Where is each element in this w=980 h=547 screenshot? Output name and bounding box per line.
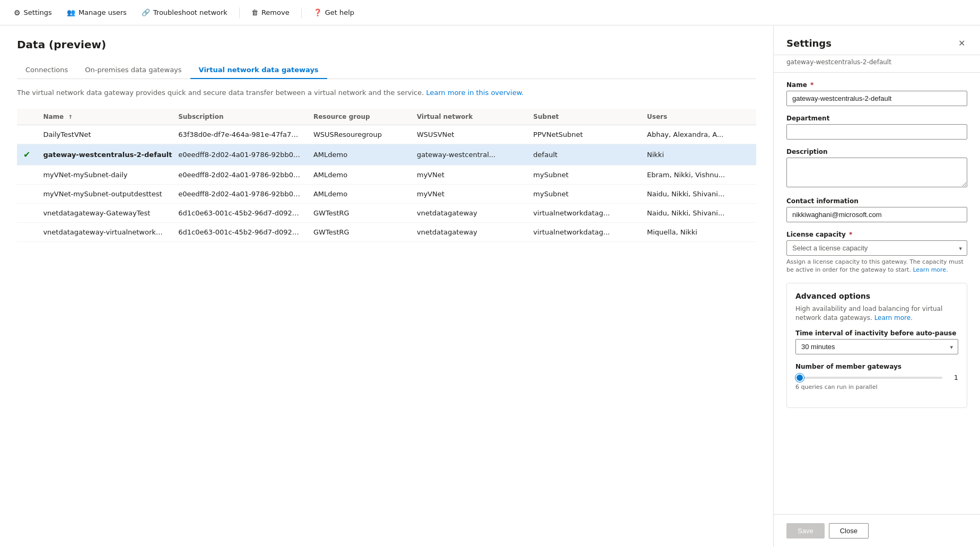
col-users: Users [641, 109, 756, 125]
name-label: Name * [786, 81, 967, 89]
description-field-group: Description [786, 148, 967, 189]
license-select-wrapper: Select a license capacity ▾ [786, 240, 967, 256]
advanced-learn-more-link[interactable]: Learn more. [874, 314, 913, 322]
advanced-options-box: Advanced options High availability and l… [786, 283, 967, 409]
row-users: Abhay, Alexandra, A... [641, 125, 756, 144]
row-status [17, 184, 37, 203]
toolbar-settings[interactable]: Settings [8, 5, 57, 20]
row-resource-group: AMLdemo [307, 184, 410, 203]
table-header-row: Name ↑ Subscription Resource group Virtu… [17, 109, 756, 125]
row-subnet: virtualnetworkdatag... [527, 203, 641, 222]
close-button[interactable]: Close [829, 523, 869, 539]
row-resource-group: AMLdemo [307, 165, 410, 184]
settings-panel: Settings ✕ gateway-westcentralus-2-defau… [773, 25, 980, 547]
row-virtual-network: vnetdatagateway [410, 203, 527, 222]
slider-row: 1 [795, 374, 958, 381]
toolbar-settings-label: Settings [24, 8, 52, 16]
learn-more-link[interactable]: Learn more in this overview. [426, 89, 524, 97]
description-label: Description [786, 148, 967, 155]
col-status [17, 109, 37, 125]
col-subnet: Subnet [527, 109, 641, 125]
table-row[interactable]: myVNet-mySubnet-dailye0eedff8-2d02-4a01-… [17, 165, 756, 184]
row-subscription: e0eedff8-2d02-4a01-9786-92bb0e0cb... [172, 165, 307, 184]
row-subscription: e0eedff8-2d02-4a01-9786-92bb0e0cb... [172, 184, 307, 203]
row-users: Naidu, Nikki, Shivani... [641, 203, 756, 222]
save-button[interactable]: Save [786, 523, 825, 539]
license-label: License capacity * [786, 231, 967, 238]
tab-virtual-network[interactable]: Virtual network data gateways [190, 62, 327, 79]
row-status [17, 125, 37, 144]
toolbar-remove[interactable]: Remove [246, 5, 295, 20]
toolbar-manage-users-label: Manage users [78, 8, 127, 16]
time-interval-select[interactable]: 5 minutes 10 minutes 15 minutes 30 minut… [795, 339, 958, 354]
toolbar-get-help-label: Get help [325, 8, 354, 16]
row-virtual-network: WSUSVNet [410, 125, 527, 144]
slider-value: 1 [948, 374, 958, 381]
col-resource-group: Resource group [307, 109, 410, 125]
page-title: Data (preview) [17, 38, 756, 51]
row-subnet: PPVNetSubnet [527, 125, 641, 144]
row-name: DailyTestVNet [37, 125, 172, 144]
panel-title: Settings [786, 38, 832, 49]
row-name: gateway-westcentralus-2-default ⚙ ··· [37, 144, 172, 165]
contact-input[interactable] [786, 207, 967, 222]
row-subnet: virtualnetworkdatag... [527, 222, 641, 241]
close-panel-button[interactable]: ✕ [956, 36, 967, 50]
toolbar-troubleshoot-network[interactable]: Troubleshoot network [136, 5, 233, 20]
tab-connections[interactable]: Connections [17, 62, 76, 79]
table-row[interactable]: ✔ gateway-westcentralus-2-default ⚙ ··· … [17, 144, 756, 165]
license-field-group: License capacity * Select a license capa… [786, 231, 967, 274]
panel-header: Settings ✕ [774, 25, 980, 55]
row-resource-group: WSUSResouregroup [307, 125, 410, 144]
row-subnet: default [527, 144, 641, 165]
table-row[interactable]: myVNet-mySubnet-outputdestteste0eedff8-2… [17, 184, 756, 203]
help-icon [313, 8, 322, 16]
toolbar-get-help[interactable]: Get help [308, 5, 360, 20]
name-field-group: Name * [786, 81, 967, 106]
contact-field-group: Contact information [786, 197, 967, 222]
row-virtual-network: vnetdatagateway [410, 222, 527, 241]
data-table: Name ↑ Subscription Resource group Virtu… [17, 109, 756, 242]
row-virtual-network: myVNet [410, 184, 527, 203]
row-virtual-network: gateway-westcentral... [410, 144, 527, 165]
tab-description: The virtual network data gateway provide… [17, 88, 756, 98]
row-users: Naidu, Nikki, Shivani... [641, 184, 756, 203]
tab-on-premises[interactable]: On-premises data gateways [76, 62, 190, 79]
member-gateways-slider[interactable] [795, 377, 942, 379]
row-name-actions: gateway-westcentralus-2-default ⚙ ··· [43, 150, 165, 160]
description-textarea[interactable] [786, 158, 967, 187]
table-row[interactable]: DailyTestVNet63f38d0e-df7e-464a-981e-47f… [17, 125, 756, 144]
name-input[interactable] [786, 91, 967, 106]
license-select[interactable]: Select a license capacity [786, 240, 967, 256]
panel-footer: Save Close [774, 514, 980, 547]
toolbar: Settings Manage users Troubleshoot netwo… [0, 0, 980, 25]
row-name-text: gateway-westcentralus-2-default [43, 151, 172, 159]
contact-label: Contact information [786, 197, 967, 205]
member-gateways-group: Number of member gateways 1 6 queries ca… [795, 363, 958, 390]
license-learn-more-link[interactable]: Learn more. [913, 266, 948, 273]
table-row[interactable]: vnetdatagateway-virtualnetworkdata...6d1… [17, 222, 756, 241]
department-input[interactable] [786, 124, 967, 140]
tabs: Connections On-premises data gateways Vi… [17, 62, 756, 79]
row-status: ✔ [17, 144, 37, 165]
row-name: myVNet-mySubnet-daily [37, 165, 172, 184]
time-select-wrapper: 5 minutes 10 minutes 15 minutes 30 minut… [795, 339, 958, 354]
name-required: * [810, 81, 813, 89]
table-row[interactable]: vnetdatagateway-GatewayTest6d1c0e63-001c… [17, 203, 756, 222]
remove-icon [251, 8, 258, 16]
toolbar-manage-users[interactable]: Manage users [62, 5, 132, 20]
panel-body: Name * Department Description Contact in… [774, 73, 980, 514]
users-icon [67, 8, 75, 16]
advanced-title: Advanced options [795, 292, 958, 300]
row-subscription: e0eedff8-2d02-4a01-9786-92bb0e0cb... [172, 144, 307, 165]
row-subnet: mySubnet [527, 184, 641, 203]
department-label: Department [786, 115, 967, 122]
row-subscription: 63f38d0e-df7e-464a-981e-47fa78f30861 [172, 125, 307, 144]
toolbar-separator-2 [301, 7, 302, 18]
left-panel: Data (preview) Connections On-premises d… [0, 25, 773, 547]
row-users: Miquella, Nikki [641, 222, 756, 241]
active-icon: ✔ [23, 150, 30, 160]
toolbar-remove-label: Remove [261, 8, 290, 16]
row-name: vnetdatagateway-virtualnetworkdata... [37, 222, 172, 241]
col-subscription: Subscription [172, 109, 307, 125]
